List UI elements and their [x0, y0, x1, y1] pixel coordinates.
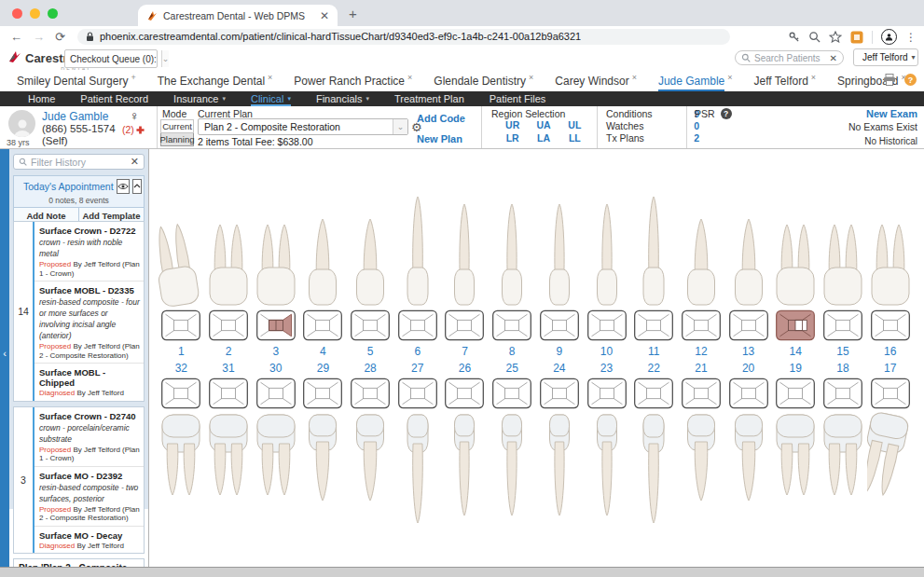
menu-item-patient-record[interactable]: Patient Record [80, 91, 148, 106]
collapse-chevron-icon[interactable]: ‹ [0, 349, 9, 358]
tooth-22-graphic[interactable] [630, 411, 677, 536]
tooth-8-graphic[interactable] [489, 184, 535, 309]
tooth-number-20[interactable]: 20 [742, 360, 754, 377]
history-item[interactable]: Surface MO - D2392 resin-based composite… [34, 467, 144, 527]
tab-close-icon[interactable]: × [407, 73, 412, 82]
tooth-4-surface-square[interactable] [302, 309, 343, 343]
menu-item-patient-files[interactable]: Patient Files [490, 91, 546, 106]
tooth-7-graphic[interactable] [441, 184, 488, 309]
tooth-29-graphic[interactable] [299, 411, 346, 536]
tooth-number-7[interactable]: 7 [462, 343, 468, 360]
tooth-number-3[interactable]: 3 [272, 343, 279, 360]
tab-add-icon[interactable]: + [131, 73, 135, 82]
new-tab-icon[interactable]: + [349, 6, 357, 21]
tooth-20-graphic[interactable] [725, 411, 772, 536]
tab-close-icon[interactable]: × [529, 73, 533, 82]
patient-tab-smiley-dental-surgery[interactable]: Smiley Dental Surgery+ [17, 72, 136, 90]
psr-help-icon[interactable]: ? [721, 108, 732, 119]
tooth-number-10[interactable]: 10 [600, 343, 613, 360]
tooth-14-surface-square[interactable] [775, 309, 816, 343]
zoom-icon[interactable] [808, 31, 821, 43]
tooth-13-graphic[interactable] [725, 184, 772, 309]
tooth-number-9[interactable]: 9 [557, 343, 563, 360]
tooth-30-graphic[interactable] [253, 411, 299, 536]
region-la-link[interactable]: LA [528, 132, 559, 144]
tooth-5-graphic[interactable] [347, 184, 393, 309]
tooth-number-2[interactable]: 2 [226, 343, 232, 360]
region-lr-link[interactable]: LR [497, 132, 528, 144]
tooth-24-graphic[interactable] [536, 411, 583, 536]
tooth-10-graphic[interactable] [584, 184, 630, 309]
reload-icon[interactable]: ⟳ [55, 31, 65, 43]
tooth-number-21[interactable]: 21 [695, 360, 707, 377]
extension-icon[interactable] [850, 31, 863, 44]
tooth-27-surface-square[interactable] [397, 377, 438, 411]
visibility-eye-button[interactable] [117, 179, 130, 194]
patient-search-input[interactable]: Search Patients ✕ [735, 50, 844, 65]
patient-tab-power-ranch-practice[interactable]: Power Ranch Practice× [294, 72, 412, 90]
tooth-15-graphic[interactable] [820, 184, 866, 309]
patient-tab-glendale-dentistry[interactable]: Glendale Dentistry× [434, 72, 533, 90]
tooth-18-surface-square[interactable] [822, 377, 863, 411]
tooth-22-surface-square[interactable] [633, 377, 674, 411]
tooth-1-surface-square[interactable] [160, 309, 201, 343]
window-minimize-button[interactable] [30, 8, 40, 19]
tooth-7-surface-square[interactable] [444, 309, 485, 343]
tooth-number-26[interactable]: 26 [459, 360, 471, 377]
tooth-14-graphic[interactable] [772, 184, 819, 309]
tooth-28-graphic[interactable] [347, 411, 393, 536]
tooth-number-30[interactable]: 30 [269, 360, 282, 377]
tooth-21-surface-square[interactable] [681, 377, 722, 411]
tooth-3-surface-square[interactable] [255, 309, 297, 343]
tooth-1-graphic[interactable] [158, 184, 204, 309]
tab-close-icon[interactable]: × [632, 73, 637, 82]
counter-value[interactable]: 0 [694, 120, 699, 132]
tooth-31-surface-square[interactable] [208, 377, 249, 411]
bookmark-star-icon[interactable] [829, 31, 842, 43]
tooth-19-graphic[interactable] [772, 411, 819, 536]
tooth-15-surface-square[interactable] [822, 309, 863, 343]
patient-tab-the-exchange-dental[interactable]: The Exchange Dental× [158, 72, 273, 90]
tooth-number-18[interactable]: 18 [836, 360, 848, 377]
checkout-queue-select[interactable]: Checkout Queue (0): ⌄ [64, 49, 158, 68]
tooth-31-graphic[interactable] [205, 411, 252, 536]
region-ur-link[interactable]: UR [497, 119, 528, 131]
tooth-26-surface-square[interactable] [444, 377, 485, 411]
tab-close-icon[interactable]: ✕ [320, 10, 329, 21]
chevron-down-icon[interactable]: ⌄ [161, 50, 170, 67]
menu-item-clinical[interactable]: Clinical▾ [251, 91, 291, 106]
tooth-number-25[interactable]: 25 [505, 360, 517, 377]
menu-item-treatment-plan[interactable]: Treatment Plan [394, 91, 464, 106]
browser-menu-icon[interactable]: ⋮ [905, 31, 917, 44]
tooth-23-surface-square[interactable] [586, 377, 627, 411]
new-exam-link[interactable]: New Exam [848, 108, 917, 119]
address-bar[interactable]: phoenix.carestreamdental.com/patient/cli… [77, 29, 730, 45]
tooth-4-graphic[interactable] [299, 184, 346, 309]
tooth-number-32[interactable]: 32 [175, 360, 187, 377]
tooth-number-15[interactable]: 15 [836, 343, 848, 360]
tooth-13-surface-square[interactable] [728, 309, 769, 343]
mode-tab-current[interactable]: Current [160, 119, 194, 133]
add-code-link[interactable]: Add Code [417, 113, 465, 124]
tooth-6-graphic[interactable] [394, 184, 441, 309]
patient-tab-jeff-telford[interactable]: Jeff Telford× [754, 72, 817, 90]
browser-tab[interactable]: Carestream Dental - Web DPMS ✕ [138, 5, 338, 26]
tooth-number-24[interactable]: 24 [553, 360, 565, 377]
window-close-button[interactable] [12, 8, 22, 19]
tooth-9-surface-square[interactable] [539, 309, 580, 343]
tooth-29-surface-square[interactable] [302, 377, 343, 411]
region-ll-link[interactable]: LL [559, 132, 590, 144]
tooth-number-11[interactable]: 11 [648, 343, 659, 360]
tooth-18-graphic[interactable] [820, 411, 866, 536]
tooth-16-graphic[interactable] [867, 184, 914, 309]
tooth-10-surface-square[interactable] [586, 309, 627, 343]
tooth-17-graphic[interactable] [867, 411, 914, 536]
tooth-27-graphic[interactable] [394, 411, 441, 536]
mode-tab-planning[interactable]: Planning [160, 133, 194, 146]
menu-item-home[interactable]: Home [28, 91, 55, 106]
filter-history-input[interactable]: Filter History ✕ [13, 154, 145, 170]
tooth-23-graphic[interactable] [584, 411, 630, 536]
tooth-5-surface-square[interactable] [350, 309, 391, 343]
print-icon[interactable] [883, 74, 896, 86]
medical-alerts[interactable]: (2) [122, 124, 145, 135]
